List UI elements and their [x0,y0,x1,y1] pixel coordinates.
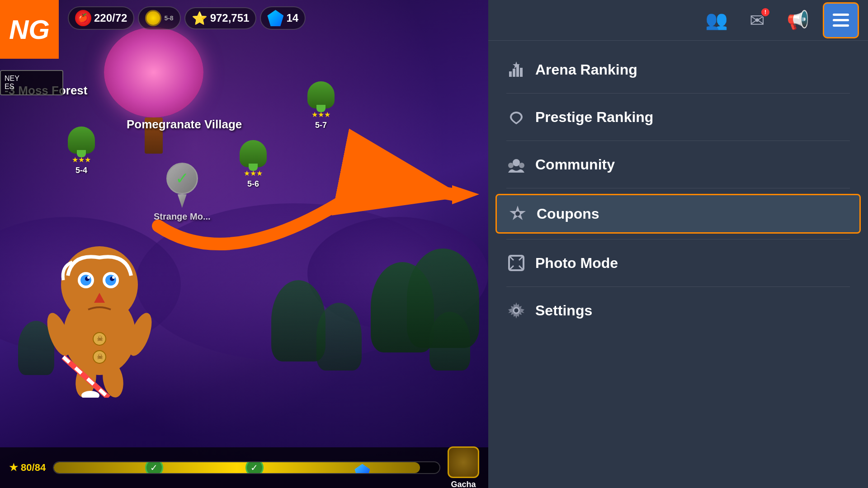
svg-rect-25 [513,69,515,77]
gingerbread-character: ☠ ☠ [36,226,163,398]
pomegranate-tree [90,27,217,154]
community-icon [506,155,526,174]
friends-icon: 👥 [705,9,728,31]
tree-blob [104,27,203,117]
photo-mode-icon [506,253,526,273]
notification-text: ! [764,9,766,15]
pin-tail [178,194,187,208]
stars-value: 972,751 [210,12,250,24]
stage-5-6[interactable]: ★★★ 5-6 [240,140,267,189]
gacha-icon [448,446,479,478]
star-icon: ⭐ [192,11,208,26]
menu-list: Arena Ranking Prestige Ranking [488,41,868,488]
separator-4 [506,239,850,239]
svg-point-8 [87,276,90,279]
svg-point-33 [515,211,520,216]
notification-badge: ! [760,7,770,17]
gacha-button[interactable]: Gacha [448,446,479,488]
svg-point-31 [519,163,524,168]
gems-value: 14 [286,12,298,24]
menu-item-photo-mode[interactable]: Photo Mode [488,243,868,283]
separator-1 [506,93,850,94]
separator-5 [506,286,850,287]
game-area: -3 Moss Forest Pomegranate Village ★★★ 5… [0,0,488,488]
top-hud: 🍎 220/72 5-8 ⭐ 972,751 14 [0,0,488,36]
heart-icon: 🍎 [75,10,91,26]
settings-icon [506,300,526,320]
menu-item-coupons[interactable]: Coupons [495,194,861,234]
hamburger-line-1 [833,14,849,16]
svg-text:☠: ☠ [97,353,103,361]
bg-tree-2 [316,303,362,371]
announce-icon: 📢 [787,9,809,31]
gems-display: 14 [260,6,306,30]
gem-icon [267,10,283,26]
arena-ranking-icon [506,60,526,80]
bg-tree-5 [407,249,479,348]
prestige-ranking-icon [506,107,526,127]
prestige-ranking-label: Prestige Ranking [535,109,653,126]
announcement-line2: ES [5,83,59,91]
coin-icon [145,10,161,26]
stage-5-6-label: 5-6 [247,179,259,189]
stage-5-6-mushroom [240,140,267,167]
svg-point-30 [508,163,514,168]
menu-item-community[interactable]: Community [488,145,868,184]
separator-3 [506,188,850,188]
svg-text:☠: ☠ [97,335,103,343]
health-display: 🍎 220/72 [68,6,134,30]
svg-point-29 [513,159,520,166]
progress-marker-1: ✓ [145,461,163,474]
coupons-label: Coupons [537,206,599,222]
right-panel: 👥 ✉ ! 📢 [488,0,868,488]
stage-5-7[interactable]: ★★★ 5-7 [307,81,335,130]
health-value: 220/72 [94,12,127,24]
stage-5-7-label: 5-7 [315,121,327,130]
settings-label: Settings [535,302,592,319]
announce-button[interactable]: 📢 [782,5,814,36]
hamburger-line-3 [833,24,849,27]
community-label: Community [535,156,615,173]
menu-item-prestige-ranking[interactable]: Prestige Ranking [488,97,868,137]
coupons-icon [508,204,528,224]
pin-circle: ✓ [166,163,198,194]
stage-5-4[interactable]: ★★★ 5-4 [68,127,95,175]
menu-item-settings[interactable]: Settings [488,291,868,330]
mail-button[interactable]: ✉ ! [741,5,773,36]
hamburger-line-2 [833,19,849,21]
stars-display: ⭐ 972,751 [184,7,257,29]
gem-marker [354,464,370,474]
bottom-bar: ★ 80/84 ✓ ✓ 700 28 56 84 [0,447,488,488]
coins-display: 5-8 [138,6,180,30]
svg-point-9 [112,276,115,279]
gacha-label: Gacha [451,480,476,488]
announcement-strip: NEY ES [0,70,63,95]
location-pin: ✓ Strange Mo... [154,163,211,218]
svg-point-40 [514,308,519,313]
coins-stars-sub: 5-8 [164,14,173,22]
top-icons-bar: 👥 ✉ ! 📢 [488,0,868,41]
photo-mode-label: Photo Mode [535,255,618,272]
strange-mo-label: Strange Mo... [154,211,211,222]
friends-button[interactable]: 👥 [701,5,732,36]
separator-2 [506,141,850,141]
menu-item-arena-ranking[interactable]: Arena Ranking [488,50,868,89]
xp-display: ★ 80/84 [9,462,46,474]
stage-5-4-label: 5-4 [75,166,87,175]
arena-ranking-label: Arena Ranking [535,61,637,78]
hamburger-button[interactable] [823,2,859,38]
pin-check-icon: ✓ [175,169,189,188]
announcement-line1: NEY [5,75,59,83]
village-label: Pomegranate Village [127,117,242,131]
progress-marker-2: ✓ [245,461,264,474]
ng-logo-text: NG [9,14,50,45]
ng-logo[interactable]: NG [0,0,59,59]
progress-bar: ✓ ✓ 700 28 56 84 [53,461,440,474]
stage-5-4-mushroom [68,127,95,154]
svg-rect-24 [509,71,512,77]
svg-rect-27 [520,68,523,77]
stage-5-7-mushroom [307,81,335,108]
hamburger-icon [833,14,849,27]
